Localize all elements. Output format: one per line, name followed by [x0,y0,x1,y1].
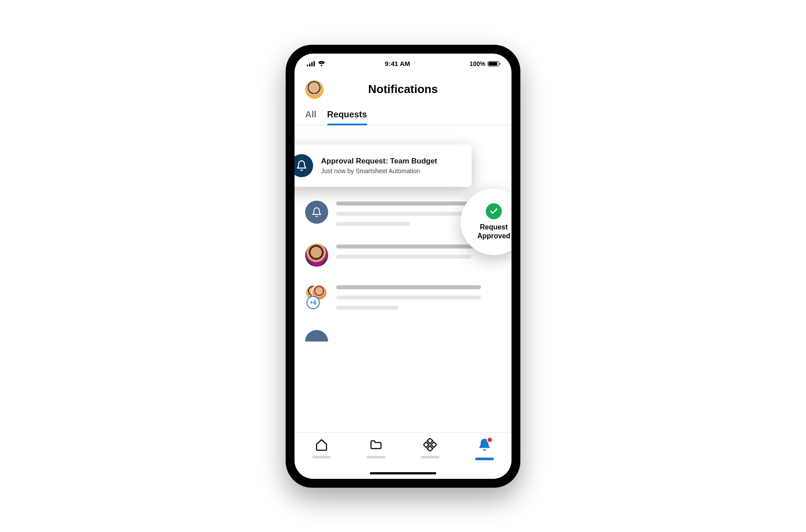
home-indicator [370,472,436,474]
user-avatar [305,244,328,267]
notification-dot-badge [487,437,493,443]
approved-line1: Request [480,223,508,232]
svg-rect-1 [309,63,310,66]
phone-device-frame: 9:41 AM 100% Notifications All Requests … [286,45,520,488]
check-icon [486,203,502,219]
tab-requests[interactable]: Requests [327,109,367,125]
featured-notification-title: Approval Request: Team Budget [321,157,437,166]
status-battery-group: 100% [469,60,499,67]
featured-notification-text: Approval Request: Team Budget Just now b… [321,157,437,175]
svg-rect-4 [427,438,433,443]
approved-text: Request Approved [477,223,511,241]
tabs-bar: All Requests [294,101,512,125]
svg-rect-0 [307,65,308,66]
list-item[interactable] [305,327,501,342]
list-item[interactable]: +6 [305,284,501,310]
nav-apps[interactable] [421,438,439,458]
approved-line2: Approved [477,232,511,241]
bell-icon [478,438,491,453]
bottom-nav-bar [294,432,512,479]
featured-notification-card[interactable]: Approval Request: Team Budget Just now b… [294,144,472,187]
tab-all[interactable]: All [305,109,317,125]
nav-notifications[interactable] [475,438,494,460]
nav-home[interactable] [312,438,331,458]
status-signal-wifi [307,61,326,66]
app-header: Notifications [294,74,512,101]
svg-rect-2 [311,62,313,66]
featured-notification-subtitle: Just now by Smartsheet Automation [321,167,437,175]
battery-percent-label: 100% [469,60,485,67]
status-bar: 9:41 AM 100% [294,54,512,74]
folder-icon [369,438,383,451]
user-avatar [305,330,328,342]
wifi-icon [318,61,326,66]
phone-screen: 9:41 AM 100% Notifications All Requests … [294,54,512,479]
avatar-group: +6 [305,284,328,307]
cellular-signal-icon [307,61,315,66]
page-title: Notifications [305,82,501,96]
apps-icon [423,438,437,451]
svg-rect-7 [427,446,433,451]
avatar-overflow-count: +6 [306,296,320,309]
status-time: 9:41 AM [385,60,410,67]
skeleton-lines [336,284,501,310]
svg-rect-3 [314,61,315,66]
svg-rect-5 [423,442,429,447]
svg-rect-6 [431,442,437,447]
nav-files[interactable] [367,438,385,458]
home-icon [315,438,328,451]
bell-icon [305,201,328,224]
battery-icon [488,61,499,66]
bell-icon [294,154,313,177]
